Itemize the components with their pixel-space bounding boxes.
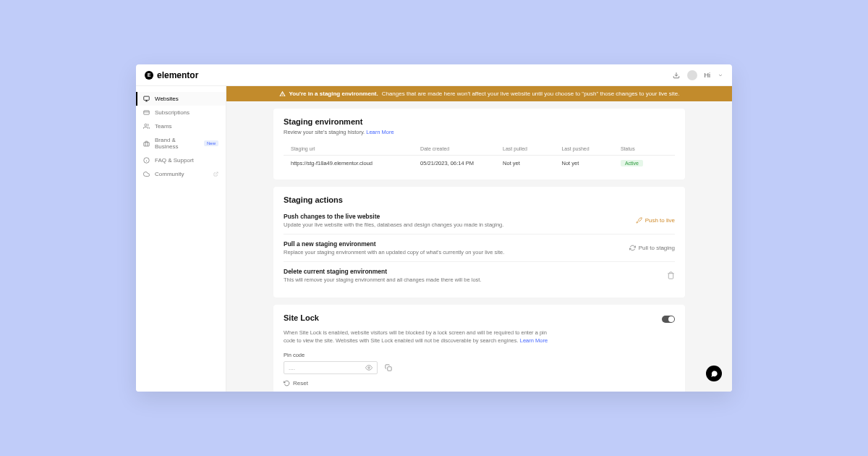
sidebar: Websites Subscriptions Teams Brand & Bus…	[136, 86, 226, 392]
toggle-knob	[668, 316, 674, 322]
main-content: You're in a staging environment. Changes…	[226, 86, 732, 392]
logo-icon: E	[145, 71, 153, 80]
site-lock-toggle[interactable]	[662, 316, 675, 323]
subtitle-text: Review your site's staging history.	[284, 129, 365, 135]
col-pushed-header: Last pushed	[561, 146, 620, 151]
push-icon	[636, 217, 642, 224]
header-actions: Hi	[673, 70, 724, 80]
new-badge: New	[204, 140, 218, 146]
push-action-row: Push changes to the live website Update …	[284, 207, 675, 235]
pull-action-row: Pull a new staging environment Replace y…	[284, 235, 675, 262]
refresh-icon	[629, 245, 636, 251]
card-title: Site Lock	[284, 313, 319, 322]
pin-code-label: Pin code	[284, 352, 675, 358]
pull-btn-label: Pull to staging	[639, 245, 675, 251]
sidebar-item-community[interactable]: Community	[136, 167, 226, 181]
reset-button[interactable]: Reset	[284, 380, 675, 387]
app-window: E elementor Hi Websites Subscriptions	[136, 64, 732, 392]
svg-point-12	[368, 367, 370, 369]
eye-icon[interactable]	[365, 364, 373, 371]
col-url-header: Staging url	[291, 146, 420, 151]
delete-action-row: Delete current staging environment This …	[284, 262, 675, 289]
push-title: Push changes to the live website	[284, 213, 503, 220]
site-lock-desc: When Site Lock is enabled, website visit…	[284, 329, 558, 345]
banner-bold-text: You're in a staging environment.	[289, 90, 378, 97]
chevron-down-icon[interactable]	[718, 72, 723, 78]
main-inner: Staging environment Review your site's s…	[226, 101, 732, 392]
warning-icon	[279, 90, 286, 97]
staging-banner: You're in a staging environment. Changes…	[226, 86, 732, 101]
card-title: Staging environment	[284, 117, 675, 126]
card-title: Staging actions	[284, 195, 675, 204]
sidebar-item-label: Subscriptions	[155, 109, 190, 116]
sidebar-item-label: FAQ & Support	[155, 157, 194, 164]
last-pulled: Not yet	[503, 160, 561, 166]
refresh-icon	[284, 380, 290, 387]
pin-code-input[interactable]: ....	[284, 361, 378, 374]
trash-icon	[667, 271, 675, 279]
desc-text: When Site Lock is enabled, website visit…	[284, 329, 547, 344]
cloud-icon	[143, 171, 150, 177]
col-status-header: Status	[621, 146, 668, 151]
staging-table: Staging url Date created Last pulled Las…	[284, 143, 675, 171]
greeting-text: Hi	[705, 72, 711, 79]
staging-actions-card: Staging actions Push changes to the live…	[273, 187, 685, 297]
push-to-live-button[interactable]: Push to live	[636, 217, 675, 224]
staging-url[interactable]: https://stg-f18a49.elementor.cloud	[291, 160, 420, 166]
delete-desc: This will remove your staging environmen…	[284, 276, 481, 283]
sidebar-item-label: Brand & Business	[155, 137, 199, 150]
card-icon	[143, 109, 150, 116]
svg-rect-13	[388, 367, 391, 371]
pin-wrap: ....	[284, 361, 675, 374]
sidebar-item-faq-support[interactable]: FAQ & Support	[136, 153, 226, 167]
chat-fab-button[interactable]	[706, 366, 722, 381]
delete-button[interactable]	[667, 271, 675, 279]
sidebar-item-websites[interactable]: Websites	[136, 92, 226, 106]
site-lock-card: Site Lock When Site Lock is enabled, web…	[273, 305, 685, 392]
external-link-icon	[213, 172, 218, 177]
table-header: Staging url Date created Last pulled Las…	[284, 143, 675, 156]
svg-rect-7	[144, 142, 150, 145]
push-btn-label: Push to live	[645, 217, 675, 224]
status-badge: Active	[621, 160, 643, 166]
download-icon[interactable]	[673, 72, 680, 79]
reset-label: Reset	[293, 380, 308, 387]
push-desc: Update your live website with the files,…	[284, 221, 503, 228]
col-date-header: Date created	[420, 146, 503, 151]
sidebar-item-label: Community	[155, 171, 184, 177]
card-subtitle: Review your site's staging history. Lear…	[284, 129, 675, 135]
info-icon	[143, 157, 150, 164]
date-created: 05/21/2023, 06:14 PM	[420, 160, 503, 166]
learn-more-link[interactable]: Learn More	[520, 337, 548, 344]
sidebar-item-label: Teams	[155, 123, 172, 130]
svg-point-6	[145, 124, 147, 126]
pin-placeholder: ....	[289, 365, 295, 371]
pull-to-staging-button[interactable]: Pull to staging	[629, 245, 675, 251]
app-header: E elementor Hi	[136, 64, 732, 86]
table-row: https://stg-f18a49.elementor.cloud 05/21…	[284, 156, 675, 171]
copy-button[interactable]	[385, 364, 392, 371]
sidebar-item-brand-business[interactable]: Brand & Business New	[136, 133, 226, 153]
svg-rect-4	[144, 111, 150, 114]
sidebar-item-label: Websites	[155, 96, 179, 102]
users-icon	[143, 123, 150, 130]
logo-text: elementor	[157, 70, 198, 80]
chat-icon	[710, 370, 718, 378]
sidebar-item-subscriptions[interactable]: Subscriptions	[136, 106, 226, 119]
delete-title: Delete current staging environment	[284, 268, 481, 275]
last-pushed: Not yet	[561, 160, 620, 166]
body: Websites Subscriptions Teams Brand & Bus…	[136, 86, 732, 392]
col-pulled-header: Last pulled	[503, 146, 561, 151]
learn-more-link[interactable]: Learn More	[366, 129, 393, 135]
svg-line-11	[216, 172, 218, 174]
avatar[interactable]	[687, 70, 697, 80]
status-cell: Active	[621, 160, 668, 166]
banner-text: Changes that are made here won't affect …	[382, 90, 680, 97]
svg-rect-1	[144, 96, 150, 100]
pull-title: Pull a new staging environment	[284, 240, 504, 248]
logo[interactable]: E elementor	[145, 70, 198, 80]
pull-desc: Replace your staging environment with an…	[284, 249, 504, 256]
sidebar-item-teams[interactable]: Teams	[136, 119, 226, 133]
staging-environment-card: Staging environment Review your site's s…	[273, 109, 685, 180]
briefcase-icon	[143, 140, 150, 147]
